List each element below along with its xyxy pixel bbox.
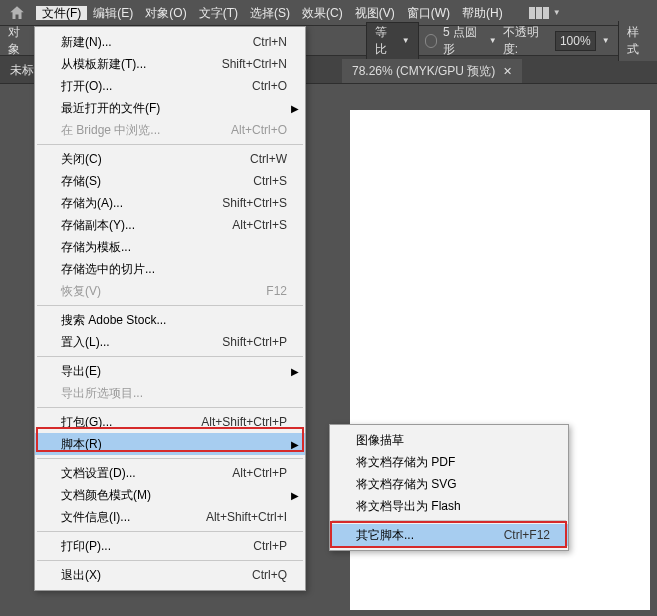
menu-item-label: 搜索 Adobe Stock... [61, 312, 287, 329]
menu-item-label: 最近打开的文件(F) [61, 100, 287, 117]
menubar-item[interactable]: 窗口(W) [401, 6, 456, 20]
arrange-documents-icon[interactable]: ▼ [529, 7, 561, 19]
menu-item-label: 新建(N)... [61, 34, 233, 51]
menu-item-label: 存储(S) [61, 173, 233, 190]
script-submenu-item[interactable]: 其它脚本...Ctrl+F12 [330, 524, 568, 546]
submenu-arrow-icon: ▶ [291, 490, 299, 501]
menu-item-label: 存储为(A)... [61, 195, 202, 212]
menubar-item[interactable]: 选择(S) [244, 6, 296, 20]
file-menu-item[interactable]: 文件信息(I)...Alt+Shift+Ctrl+I [35, 506, 305, 528]
menu-item-label: 从模板新建(T)... [61, 56, 202, 73]
tab-title: 78.26% (CMYK/GPU 预览) [352, 63, 495, 80]
menu-item-label: 导出(E) [61, 363, 287, 380]
menu-item-label: 存储副本(Y)... [61, 217, 212, 234]
menubar-item[interactable]: 文字(T) [193, 6, 244, 20]
file-menu-item[interactable]: 存储(S)Ctrl+S [35, 170, 305, 192]
file-menu-item[interactable]: 文档设置(D)...Alt+Ctrl+P [35, 462, 305, 484]
menu-item-accelerator: Shift+Ctrl+S [222, 196, 287, 210]
script-submenu-item[interactable]: 将文档存储为 SVG [330, 473, 568, 495]
menu-item-label: 恢复(V) [61, 283, 246, 300]
submenu-arrow-icon: ▶ [291, 366, 299, 377]
menu-item-label: 退出(X) [61, 567, 232, 584]
menu-separator [37, 356, 303, 357]
menubar-item[interactable]: 视图(V) [349, 6, 401, 20]
menubar-item[interactable]: 编辑(E) [87, 6, 139, 20]
menu-item-label: 打开(O)... [61, 78, 232, 95]
file-menu-item[interactable]: 从模板新建(T)...Shift+Ctrl+N [35, 53, 305, 75]
menu-item-label: 置入(L)... [61, 334, 202, 351]
menubar-item[interactable]: 对象(O) [139, 6, 192, 20]
style-button[interactable]: 样式 [618, 21, 657, 61]
file-menu-item: 导出所选项目... [35, 382, 305, 404]
close-icon[interactable]: ✕ [503, 65, 512, 78]
menu-separator [37, 560, 303, 561]
submenu-arrow-icon: ▶ [291, 103, 299, 114]
menu-item-label: 文档颜色模式(M) [61, 487, 287, 504]
menu-item-label: 存储为模板... [61, 239, 287, 256]
file-menu: 新建(N)...Ctrl+N从模板新建(T)...Shift+Ctrl+N打开(… [34, 26, 306, 591]
document-tab[interactable]: 78.26% (CMYK/GPU 预览) ✕ [342, 59, 522, 83]
opacity-field[interactable]: 100% [555, 31, 596, 51]
menu-item-label: 打包(G)... [61, 414, 181, 431]
menu-item-accelerator: Ctrl+W [250, 152, 287, 166]
menu-item-label: 图像描草 [356, 432, 550, 449]
file-menu-item: 在 Bridge 中浏览...Alt+Ctrl+O [35, 119, 305, 141]
file-menu-item[interactable]: 存储为模板... [35, 236, 305, 258]
menu-item-accelerator: Alt+Ctrl+S [232, 218, 287, 232]
file-menu-item[interactable]: 搜索 Adobe Stock... [35, 309, 305, 331]
menubar-item[interactable]: 文件(F) [36, 6, 87, 20]
file-menu-item[interactable]: 打印(P)...Ctrl+P [35, 535, 305, 557]
menu-item-accelerator: Ctrl+S [253, 174, 287, 188]
menu-item-accelerator: Ctrl+P [253, 539, 287, 553]
file-menu-item[interactable]: 置入(L)...Shift+Ctrl+P [35, 331, 305, 353]
menu-separator [37, 407, 303, 408]
menubar-item[interactable]: 帮助(H) [456, 6, 509, 20]
opacity-label: 不透明度: [503, 24, 549, 58]
file-menu-item[interactable]: 存储为(A)...Shift+Ctrl+S [35, 192, 305, 214]
menu-item-accelerator: Alt+Shift+Ctrl+P [201, 415, 287, 429]
menu-item-accelerator: Shift+Ctrl+N [222, 57, 287, 71]
script-submenu-item[interactable]: 将文档导出为 Flash [330, 495, 568, 517]
menu-item-label: 存储选中的切片... [61, 261, 287, 278]
menu-item-label: 将文档导出为 Flash [356, 498, 550, 515]
file-menu-item[interactable]: 最近打开的文件(F)▶ [35, 97, 305, 119]
submenu-arrow-icon: ▶ [291, 439, 299, 450]
file-menu-item: 恢复(V)F12 [35, 280, 305, 302]
menu-separator [332, 520, 566, 521]
menu-item-accelerator: Ctrl+N [253, 35, 287, 49]
opacity-dropdown-icon[interactable]: ▼ [602, 36, 610, 45]
menu-item-accelerator: Shift+Ctrl+P [222, 335, 287, 349]
script-submenu-item[interactable]: 将文档存储为 PDF [330, 451, 568, 473]
menu-item-label: 文件信息(I)... [61, 509, 186, 526]
menu-item-accelerator: F12 [266, 284, 287, 298]
menu-item-label: 文档设置(D)... [61, 465, 212, 482]
file-menu-item[interactable]: 退出(X)Ctrl+Q [35, 564, 305, 586]
menu-item-accelerator: Alt+Shift+Ctrl+I [206, 510, 287, 524]
file-menu-item[interactable]: 脚本(R)▶ [35, 433, 305, 455]
file-menu-item[interactable]: 关闭(C)Ctrl+W [35, 148, 305, 170]
no-selection-label: 对象 [8, 24, 30, 58]
menu-separator [37, 531, 303, 532]
file-menu-item[interactable]: 新建(N)...Ctrl+N [35, 31, 305, 53]
menu-item-accelerator: Ctrl+F12 [504, 528, 550, 542]
file-menu-item[interactable]: 打开(O)...Ctrl+O [35, 75, 305, 97]
script-submenu: 图像描草将文档存储为 PDF将文档存储为 SVG将文档导出为 Flash其它脚本… [329, 424, 569, 551]
menubar-item[interactable]: 效果(C) [296, 6, 349, 20]
menu-item-accelerator: Alt+Ctrl+P [232, 466, 287, 480]
menu-item-accelerator: Ctrl+O [252, 79, 287, 93]
menu-item-label: 其它脚本... [356, 527, 484, 544]
stroke-swatch[interactable]: 5 点圆形▼ [425, 24, 497, 58]
menu-separator [37, 144, 303, 145]
file-menu-item[interactable]: 打包(G)...Alt+Shift+Ctrl+P [35, 411, 305, 433]
file-menu-item[interactable]: 存储选中的切片... [35, 258, 305, 280]
script-submenu-item[interactable]: 图像描草 [330, 429, 568, 451]
file-menu-item[interactable]: 文档颜色模式(M)▶ [35, 484, 305, 506]
file-menu-item[interactable]: 导出(E)▶ [35, 360, 305, 382]
ratio-select[interactable]: 等比▼ [366, 22, 418, 60]
menu-item-accelerator: Ctrl+Q [252, 568, 287, 582]
menu-item-label: 在 Bridge 中浏览... [61, 122, 211, 139]
home-icon[interactable] [8, 4, 26, 22]
menu-item-label: 打印(P)... [61, 538, 233, 555]
file-menu-item[interactable]: 存储副本(Y)...Alt+Ctrl+S [35, 214, 305, 236]
menu-item-label: 脚本(R) [61, 436, 287, 453]
